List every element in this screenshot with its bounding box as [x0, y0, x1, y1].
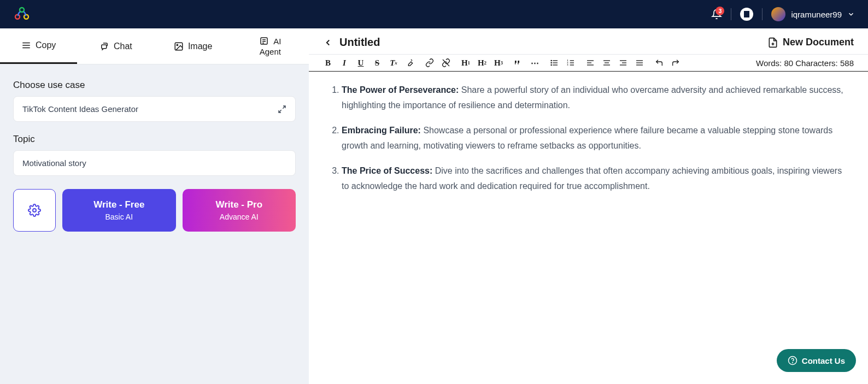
tab-image[interactable]: Image: [155, 28, 232, 64]
topic-label: Topic: [13, 134, 296, 145]
contact-us-button[interactable]: Contact Us: [777, 349, 856, 372]
chat-icon: [99, 42, 109, 51]
list-item: Embracing Failure: Showcase a personal o…: [342, 123, 849, 153]
image-icon: [174, 42, 184, 51]
notification-badge: 3: [715, 7, 724, 15]
usecase-select[interactable]: TikTok Content Ideas Generator: [13, 96, 296, 122]
user-menu[interactable]: iqramuneer99: [771, 7, 855, 21]
svg-point-43: [792, 362, 793, 363]
quote-button[interactable]: [513, 58, 523, 67]
expand-icon: [278, 105, 286, 114]
svg-point-14: [33, 209, 36, 212]
new-document-button[interactable]: New Document: [767, 37, 854, 48]
unlink-button[interactable]: [441, 58, 451, 67]
svg-point-21: [551, 60, 552, 61]
bold-button[interactable]: B: [323, 58, 333, 68]
svg-text:3: 3: [567, 63, 568, 66]
svg-point-2: [24, 15, 28, 19]
underline-button[interactable]: U: [356, 58, 366, 68]
redo-button[interactable]: [671, 58, 681, 67]
bullet-list-button[interactable]: [549, 58, 559, 67]
tab-copy[interactable]: Copy: [0, 28, 77, 64]
usecase-label: Choose use case: [13, 80, 296, 91]
topic-input[interactable]: [13, 150, 296, 176]
editor-content[interactable]: The Power of Perseverance: Share a power…: [309, 72, 868, 215]
list-item: The Power of Perseverance: Share a power…: [342, 82, 849, 113]
numbered-list-button[interactable]: 123: [566, 58, 576, 67]
help-icon: [788, 356, 797, 365]
editor-toolbar: B I U S Tx H1 H2 H3 ⋯ 123: [309, 54, 868, 72]
tab-chat[interactable]: Chat: [77, 28, 154, 64]
divider: [731, 8, 731, 20]
menu-icon: [21, 40, 31, 50]
avatar: [771, 7, 785, 21]
highlight-button[interactable]: [405, 58, 415, 67]
list-item: The Price of Success: Dive into the sacr…: [342, 163, 849, 194]
h2-button[interactable]: H2: [477, 58, 487, 68]
align-center-button[interactable]: [602, 58, 612, 67]
tab-ai-agent[interactable]: AI Agent: [232, 28, 309, 64]
app-logo[interactable]: [13, 5, 31, 23]
italic-button[interactable]: I: [339, 58, 349, 68]
gear-icon: [28, 204, 41, 217]
align-right-button[interactable]: [618, 58, 628, 67]
svg-line-13: [279, 110, 281, 113]
document-title[interactable]: Untitled: [339, 36, 380, 49]
username: iqramuneer99: [791, 10, 842, 19]
svg-point-23: [551, 64, 552, 65]
svg-point-7: [177, 44, 178, 45]
strike-button[interactable]: S: [372, 58, 382, 68]
svg-line-12: [283, 106, 285, 109]
more-button[interactable]: ⋯: [530, 58, 539, 68]
svg-point-0: [20, 8, 24, 12]
usecase-value: TikTok Content Ideas Generator: [22, 104, 138, 114]
write-pro-button[interactable]: Write - Pro Advance AI: [183, 189, 296, 232]
h1-button[interactable]: H1: [461, 58, 471, 68]
clear-format-button[interactable]: Tx: [389, 58, 398, 68]
left-panel: Copy Chat Image AI Agent Choose use case: [0, 28, 309, 384]
credits-icon[interactable]: [740, 8, 753, 21]
back-icon[interactable]: [323, 38, 333, 48]
settings-button[interactable]: [13, 189, 56, 232]
divider: [762, 8, 763, 20]
align-justify-button[interactable]: [635, 58, 644, 67]
undo-button[interactable]: [654, 58, 664, 67]
editor-panel: Untitled New Document B I U S Tx H1: [309, 28, 868, 384]
top-header: 3 iqramuneer99: [0, 0, 868, 28]
align-left-button[interactable]: [585, 58, 595, 67]
agent-icon: [259, 36, 269, 46]
link-button[interactable]: [425, 58, 435, 67]
write-free-button[interactable]: Write - Free Basic AI: [62, 189, 176, 232]
h3-button[interactable]: H3: [494, 58, 503, 68]
chevron-down-icon: [847, 10, 855, 18]
content-list: The Power of Perseverance: Share a power…: [327, 82, 849, 194]
file-plus-icon: [767, 37, 778, 48]
notification-bell[interactable]: 3: [711, 9, 722, 20]
tool-tabs: Copy Chat Image AI Agent: [0, 28, 309, 64]
svg-point-1: [15, 15, 20, 19]
stats-display: Words: 80 Characters: 588: [756, 58, 854, 68]
svg-point-22: [551, 62, 552, 63]
